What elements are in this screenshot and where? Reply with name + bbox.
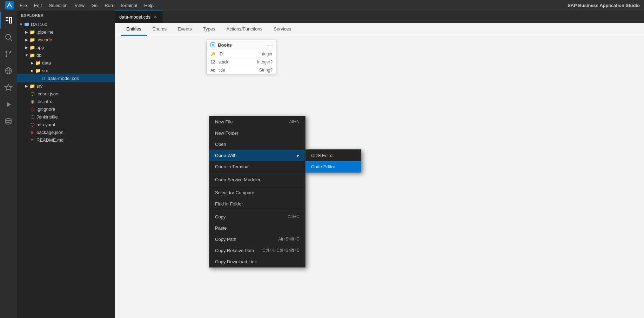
tree-mta[interactable]: ▶ ⬡ mta.yaml xyxy=(17,121,115,128)
tree-gitignore[interactable]: ▶ ⬡ .gitignore xyxy=(17,105,115,113)
eslintrc-icon: ◉ xyxy=(29,99,35,104)
activity-source-control[interactable] xyxy=(0,46,17,62)
srv-arrow: ▶ xyxy=(24,83,29,89)
context-open-label: Open xyxy=(215,142,226,147)
context-copy-download[interactable]: Copy Download Link xyxy=(209,256,305,267)
tree-db[interactable]: ▼ 📁 db xyxy=(17,51,115,59)
activity-database[interactable] xyxy=(0,113,17,130)
context-open-terminal-label: Open in Terminal xyxy=(215,164,249,169)
tree-eslintrc[interactable]: ▶ ◉ .eslintrc xyxy=(17,97,115,105)
context-sep-2 xyxy=(209,186,305,186)
context-copy-label: Copy xyxy=(215,214,226,219)
context-copy-relative-label: Copy Relative Path xyxy=(215,248,254,253)
tab-bar: data-model.cds × xyxy=(115,11,644,23)
tree-cdsrc[interactable]: ▶ ⬡ .cdsrc.json xyxy=(17,90,115,97)
src-arrow: ▶ xyxy=(29,68,35,73)
tree-srv[interactable]: ▶ 📁 srv xyxy=(17,82,115,90)
app-logo xyxy=(4,0,15,11)
submenu: CDS Editor Code Editor xyxy=(305,149,361,172)
gitignore-label: .gitignore xyxy=(36,107,55,112)
db-folder-icon: 📁 xyxy=(29,52,35,58)
context-copy-relative-shortcut: Ctrl+K, Ctrl+Shift+C xyxy=(262,248,300,253)
vscode-label: .vscode xyxy=(36,37,52,42)
svg-line-2 xyxy=(10,39,12,41)
activity-sap[interactable] xyxy=(0,79,17,96)
menu-go[interactable]: Go xyxy=(88,1,101,9)
jenkins-label: Jenkinsfile xyxy=(36,114,58,120)
cds-content: Entities Enums Events Types Actions/Func… xyxy=(115,23,644,318)
context-find-folder[interactable]: Find in Folder xyxy=(209,198,305,209)
context-new-file[interactable]: New File Alt+N xyxy=(209,116,305,127)
tree-src[interactable]: ▶ 📁 src xyxy=(17,67,115,74)
tab-close[interactable]: × xyxy=(153,14,158,20)
menu-view[interactable]: View xyxy=(71,1,88,9)
activity-explorer[interactable] xyxy=(0,12,17,29)
submenu-code-editor[interactable]: Code Editor xyxy=(306,161,361,172)
context-new-file-shortcut: Alt+N xyxy=(289,119,300,124)
context-copy[interactable]: Copy Ctrl+C xyxy=(209,211,305,222)
context-copy-path-label: Copy Path xyxy=(215,237,236,242)
tree-readme[interactable]: ▶ ≡ README.md xyxy=(17,136,115,144)
eslintrc-label: .eslintrc xyxy=(36,99,52,104)
title-bar: File Edit Selection View Go Run Terminal… xyxy=(0,0,644,11)
db-label: db xyxy=(36,53,41,58)
activity-search[interactable] xyxy=(0,29,17,46)
submenu-code-label: Code Editor xyxy=(311,164,335,169)
submenu-cds-editor[interactable]: CDS Editor xyxy=(306,150,361,161)
context-copy-download-label: Copy Download Link xyxy=(215,259,257,264)
menu-file[interactable]: File xyxy=(16,1,31,9)
root-folder-icon xyxy=(24,21,29,27)
tree-root[interactable]: ▼ DAT160 xyxy=(17,20,115,28)
context-open-service[interactable]: Open Service Modeler xyxy=(209,174,305,185)
menu-bar: File Edit Selection View Go Run Terminal… xyxy=(16,1,157,9)
menu-run[interactable]: Run xyxy=(101,1,116,9)
context-open[interactable]: Open xyxy=(209,138,305,150)
context-sep-1 xyxy=(209,173,305,173)
tree-data[interactable]: ▶ 📁 data xyxy=(17,59,115,67)
package-icon: ■ xyxy=(29,129,35,135)
pipeline-folder-icon: 📁 xyxy=(29,29,35,35)
menu-selection[interactable]: Selection xyxy=(45,1,71,9)
activity-run[interactable] xyxy=(0,96,17,113)
context-select-compare[interactable]: Select for Compare xyxy=(209,187,305,198)
src-label: src xyxy=(42,68,48,73)
context-find-folder-label: Find in Folder xyxy=(215,201,243,207)
svg-point-3 xyxy=(6,51,7,53)
tree-app[interactable]: ▶ 📁 app xyxy=(17,43,115,51)
context-open-service-label: Open Service Modeler xyxy=(215,177,260,182)
sidebar-header: EXPLORER xyxy=(17,11,115,20)
package-label: package.json xyxy=(36,130,63,135)
app-arrow: ▶ xyxy=(24,45,29,50)
cdsrc-icon: ⬡ xyxy=(29,91,35,96)
context-copy-path-shortcut: Alt+Shift+C xyxy=(278,237,300,242)
jenkins-icon: ⬡ xyxy=(29,114,35,120)
context-paste[interactable]: Paste xyxy=(209,222,305,234)
tree-jenkinsfile[interactable]: ▶ ⬡ Jenkinsfile xyxy=(17,113,115,121)
data-model-label: data-model.cds xyxy=(48,76,79,81)
tree-pipeline[interactable]: ▶ 📁 .pipeline xyxy=(17,28,115,36)
context-copy-path[interactable]: Copy Path Alt+Shift+C xyxy=(209,234,305,245)
tree-package[interactable]: ▶ ■ package.json xyxy=(17,128,115,136)
data-arrow: ▶ xyxy=(29,60,35,66)
tree-data-model[interactable]: ▶ 🗋 data-model.cds xyxy=(17,74,115,82)
activity-remote[interactable] xyxy=(0,62,17,79)
context-menu: New File Alt+N New Folder Open Open With xyxy=(209,116,306,268)
cdsrc-label: .cdsrc.json xyxy=(36,91,58,96)
tree-vscode[interactable]: ▶ 📁 .vscode xyxy=(17,36,115,43)
tab-data-model[interactable]: data-model.cds × xyxy=(115,11,163,23)
menu-edit[interactable]: Edit xyxy=(31,1,45,9)
context-open-terminal[interactable]: Open in Terminal xyxy=(209,161,305,172)
context-sep-3 xyxy=(209,210,305,210)
context-open-with-arrow: ▶ xyxy=(297,154,300,157)
context-copy-relative[interactable]: Copy Relative Path Ctrl+K, Ctrl+Shift+C xyxy=(209,245,305,256)
menu-help[interactable]: Help xyxy=(141,1,157,9)
menu-terminal[interactable]: Terminal xyxy=(116,1,141,9)
context-new-folder-label: New Folder xyxy=(215,130,238,136)
context-open-with[interactable]: Open With ▶ CDS Editor Code Editor xyxy=(209,150,305,161)
svg-point-1 xyxy=(6,34,11,39)
data-label: data xyxy=(42,60,51,66)
readme-icon: ≡ xyxy=(29,137,35,143)
context-new-folder[interactable]: New Folder xyxy=(209,127,305,138)
db-arrow: ▼ xyxy=(24,52,29,58)
file-tree: ▼ DAT160 ▶ 📁 .pipeline ▶ 📁 .vscode xyxy=(17,20,115,318)
